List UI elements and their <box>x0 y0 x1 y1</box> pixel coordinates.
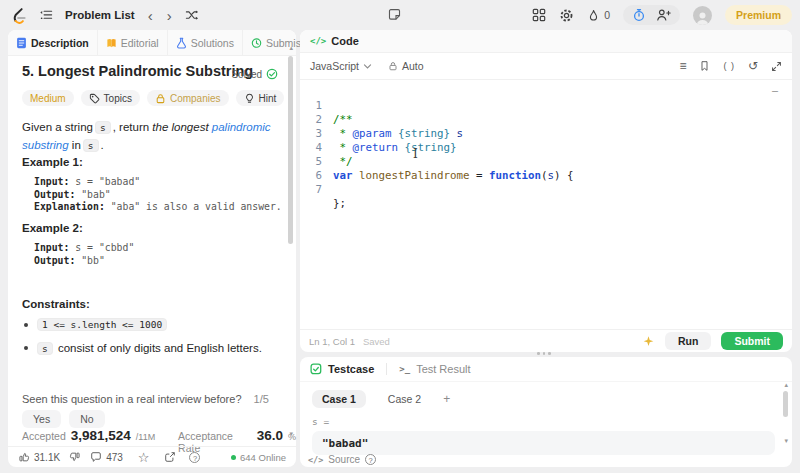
online-indicator: 644 Online <box>231 452 286 463</box>
settings-gear-icon[interactable] <box>559 8 574 23</box>
code-panel: </> Code JavaScript Auto ≡ ( ) ↺ <box>300 30 792 352</box>
thumbs-up-icon <box>18 451 30 463</box>
code-editor[interactable]: 1 /** — 2 * @param {string} s 3 * @retur… <box>300 79 792 330</box>
left-scrollbar-thumb[interactable] <box>288 56 293 244</box>
comments-button[interactable]: 473 <box>90 451 123 463</box>
thumbs-down-icon <box>69 451 81 463</box>
code-panel-header: </> Code <box>300 30 792 53</box>
problem-list-label[interactable]: Problem List <box>65 9 135 21</box>
example-1-block: Input: s = "babad" Output: "bab" Explana… <box>34 176 282 214</box>
avatar[interactable] <box>693 6 712 25</box>
cursor-position: Ln 1, Col 1 <box>309 336 355 347</box>
flame-icon <box>587 9 600 22</box>
testcase-scrollbar-thumb[interactable] <box>783 391 788 417</box>
inline-code: s <box>83 139 99 152</box>
lightbulb-icon <box>244 93 255 104</box>
constraint-item: s consist of only digits and English let… <box>24 342 262 354</box>
interview-answer-row: Yes No <box>22 410 105 428</box>
bookmark-icon[interactable] <box>699 60 710 72</box>
no-button[interactable]: No <box>69 410 104 428</box>
param-label: s = <box>312 416 329 427</box>
expand-editor-icon[interactable] <box>771 61 782 72</box>
source-label[interactable]: Source <box>328 454 360 465</box>
companies-badge[interactable]: Companies <box>147 90 229 106</box>
case-1-tab[interactable]: Case 1 <box>312 390 366 408</box>
scroll-down-arrow[interactable]: ▾ <box>289 430 293 438</box>
editorial-icon <box>106 37 117 49</box>
editor-toolbar: JavaScript Auto ≡ ( ) ↺ <box>300 53 792 80</box>
problem-title: 5. Longest Palindromic Substring <box>22 63 253 79</box>
divider <box>386 363 387 375</box>
submit-button[interactable]: Submit <box>721 332 783 350</box>
scroll-up-arrow[interactable]: ▴ <box>289 44 293 52</box>
constraints-title: Constraints: <box>22 298 90 310</box>
layout-grid-icon[interactable] <box>532 8 546 22</box>
language-select[interactable]: JavaScript <box>310 60 372 72</box>
panel-resize-handle[interactable] <box>537 352 551 355</box>
testcase-input[interactable]: "babad" <box>312 431 775 455</box>
tab-editorial[interactable]: Editorial <box>97 30 167 55</box>
saved-status: Saved <box>363 336 390 347</box>
tab-testcase[interactable]: Testcase <box>328 363 374 375</box>
leetcode-logo[interactable] <box>10 7 27 24</box>
like-count: 31.1K <box>34 452 60 463</box>
invite-user-icon[interactable] <box>656 8 671 22</box>
reset-code-icon[interactable]: ↺ <box>748 60 758 72</box>
tab-test-result[interactable]: Test Result <box>416 363 470 375</box>
inline-code: s <box>95 121 111 134</box>
brackets-icon[interactable]: ( ) <box>723 62 735 71</box>
source-help-icon[interactable]: ? <box>365 454 376 465</box>
streak-count: 0 <box>604 9 610 21</box>
dislike-button[interactable] <box>69 451 81 463</box>
lock-small-icon <box>388 61 398 71</box>
editor-status-bar: Ln 1, Col 1 Saved Run Submit <box>300 329 792 352</box>
timer-icon[interactable] <box>632 8 646 22</box>
prev-question-button[interactable]: ‹ <box>147 8 154 23</box>
feedback-help-icon[interactable]: ? <box>189 452 200 463</box>
bullet-dot <box>24 346 28 350</box>
bullet-dot <box>24 323 28 327</box>
submissions-icon <box>251 37 262 49</box>
example-2-block: Input: s = "cbbd" Output: "bb" <box>34 242 134 267</box>
ai-sparkle-icon[interactable] <box>642 335 655 348</box>
hint-badge[interactable]: Hint <box>236 90 285 106</box>
top-nav: Problem List ‹ › <box>0 0 800 30</box>
chevron-down-icon <box>363 63 372 70</box>
favorite-star-icon[interactable]: ☆ <box>138 451 150 464</box>
share-icon[interactable] <box>164 451 176 463</box>
auto-toggle[interactable]: Auto <box>388 60 424 72</box>
streak-counter[interactable]: 0 <box>587 9 610 22</box>
difficulty-badge[interactable]: Medium <box>22 90 74 106</box>
scroll-up-arrow[interactable]: ▴ <box>784 381 788 389</box>
add-case-button[interactable]: + <box>443 392 450 406</box>
fold-all-button[interactable]: — <box>772 84 778 98</box>
description-icon <box>16 37 27 49</box>
testcase-footer: </> Source ? <box>308 454 376 465</box>
source-code-icon: </> <box>308 455 323 465</box>
premium-button[interactable]: Premium <box>725 5 792 25</box>
shuffle-icon[interactable] <box>185 8 199 22</box>
run-button[interactable]: Run <box>665 332 711 350</box>
testcase-panel: Testcase >_ Test Result Case 1 Case 2 + … <box>300 357 792 467</box>
problem-list-icon[interactable] <box>39 8 53 22</box>
notes-icon[interactable] <box>388 8 401 21</box>
description-panel: Description Editorial Solutions Submissi… <box>8 30 296 467</box>
solved-badge: Solved <box>231 68 278 80</box>
code-tag-icon: </> <box>310 36 326 46</box>
scroll-down-arrow[interactable]: ▾ <box>784 437 788 445</box>
topics-badge[interactable]: Topics <box>81 90 140 106</box>
terminal-icon: >_ <box>399 364 410 374</box>
next-question-button[interactable]: › <box>166 8 173 23</box>
like-button[interactable]: 31.1K <box>18 451 60 463</box>
yes-button[interactable]: Yes <box>22 410 61 428</box>
format-code-icon[interactable]: ≡ <box>679 60 686 72</box>
tab-description[interactable]: Description <box>8 30 97 55</box>
comment-icon <box>90 451 102 463</box>
problem-statement: Given a strings, return the longest pali… <box>22 118 276 155</box>
tab-solutions[interactable]: Solutions <box>167 30 242 55</box>
solved-check-icon <box>266 68 278 80</box>
solutions-icon <box>176 37 187 49</box>
accepted-count: 3,981,524 <box>71 428 131 443</box>
case-2-tab[interactable]: Case 2 <box>378 390 431 408</box>
interview-progress: 1/5 <box>254 393 269 405</box>
